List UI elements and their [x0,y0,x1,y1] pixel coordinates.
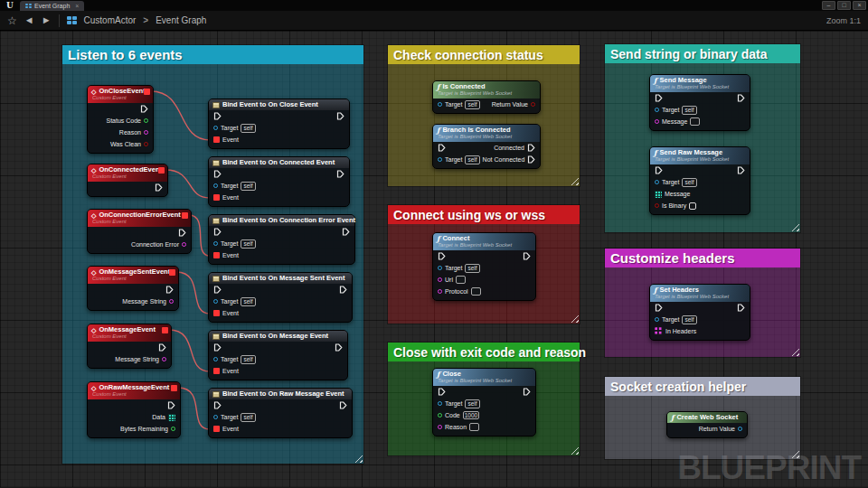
comment-title[interactable]: Socket creation helper [605,377,800,396]
protocol-input[interactable] [471,287,481,296]
exec-out-pin[interactable] [737,304,745,312]
node-on-raw-message-event[interactable]: ◇OnRawMessageEvent Custom Event Data Byt… [87,381,181,438]
target-pin[interactable] [213,415,218,419]
exec-in-pin[interactable] [213,228,222,236]
self-chip[interactable]: self [465,100,479,109]
breadcrumb-current[interactable]: Event Graph [156,15,206,25]
code-input[interactable]: 1000 [463,411,479,419]
event-delegate-pin[interactable] [213,252,220,258]
node-bind-on-connection-error[interactable]: Bind Event to On Connection Error Event … [208,214,355,265]
exec-in-pin[interactable] [438,388,446,396]
close-button[interactable]: × [853,1,866,10]
node-create-web-socket[interactable]: ƒCreate Web Socket Return Value [666,411,748,438]
exec-in-pin[interactable] [213,112,222,120]
exec-in-pin[interactable] [655,94,663,102]
tab-event-graph[interactable]: Event Graph × [20,1,84,11]
self-chip[interactable]: self [241,124,255,133]
exec-out-pin[interactable] [339,401,347,409]
exec-in-pin[interactable] [438,144,446,152]
breadcrumb-root[interactable]: CustomActor [84,15,137,25]
exec-in-pin[interactable] [213,343,222,352]
exec-out-pin[interactable] [527,155,535,164]
node-on-connected-event[interactable]: ◇OnConnectedEvent Custom Event [87,164,168,197]
self-chip[interactable]: self [241,413,255,422]
self-chip[interactable]: self [241,239,255,249]
node-close[interactable]: ƒClose Target is Blueprint Web Socket Ta… [432,368,536,436]
is-binary-pin[interactable] [655,203,659,208]
array-pin[interactable] [655,191,662,198]
bool-pin[interactable] [144,142,148,146]
exec-in-pin[interactable] [213,170,222,178]
node-send-message[interactable]: ƒSend Message Target is Blueprint Web So… [649,74,750,131]
bool-return-pin[interactable] [531,102,535,107]
node-bind-on-connected[interactable]: Bind Event to On Connected Event Targets… [208,156,350,207]
is-binary-checkbox[interactable] [689,202,696,210]
exec-out-pin[interactable] [342,228,350,236]
self-chip[interactable]: self [241,297,255,306]
node-bind-on-message-sent[interactable]: Bind Event to On Message Sent Event Targ… [208,272,353,323]
exec-in-pin[interactable] [438,252,446,260]
self-chip[interactable]: self [682,178,696,187]
target-pin[interactable] [213,357,218,361]
exec-out-pin[interactable] [523,388,531,396]
exec-out-pin[interactable] [158,343,166,352]
exec-out-pin[interactable] [155,183,163,192]
exec-out-pin[interactable] [523,252,531,260]
event-delegate-pin[interactable] [213,368,220,374]
target-pin[interactable] [655,317,659,322]
target-pin[interactable] [213,299,218,304]
node-on-close-event[interactable]: ◇OnCloseEvent Custom Event Status Code R… [87,85,154,154]
delegate-pin[interactable] [171,385,177,391]
node-bind-on-raw-message[interactable]: Bind Event to On Raw Message Event Targe… [208,388,353,438]
event-delegate-pin[interactable] [213,136,220,143]
delegate-pin[interactable] [169,269,175,276]
target-pin[interactable] [213,241,218,246]
event-delegate-pin[interactable] [213,310,220,316]
tab-close-icon[interactable]: × [75,3,79,9]
target-pin[interactable] [438,401,442,406]
node-bind-on-message[interactable]: Bind Event to On Message Event Targetsel… [208,330,348,380]
event-delegate-pin[interactable] [213,194,220,201]
favorite-star-icon[interactable]: ☆ [7,14,17,27]
exec-in-pin[interactable] [655,304,663,312]
self-chip[interactable]: self [682,106,696,115]
exec-out-pin[interactable] [165,286,174,294]
exec-in-pin[interactable] [655,166,663,174]
exec-out-pin[interactable] [737,166,745,174]
int-pin[interactable] [171,427,175,431]
target-pin[interactable] [438,102,442,107]
delegate-pin[interactable] [158,167,165,174]
forward-arrow-icon[interactable]: ► [42,15,52,25]
delegate-pin[interactable] [162,327,168,333]
exec-out-pin[interactable] [335,343,343,352]
target-pin[interactable] [213,126,218,130]
string-pin[interactable] [182,242,186,247]
node-send-raw-message[interactable]: ƒSend Raw Message Target is Blueprint We… [649,146,750,215]
target-pin[interactable] [655,180,659,184]
comment-title[interactable]: Send string or binary data [605,44,800,63]
self-chip[interactable]: self [241,355,255,364]
node-branch-is-connected[interactable]: ƒBranch Is Connected Target is Blueprint… [432,124,541,169]
comment-title[interactable]: Listen to 6 events [62,45,363,64]
string-pin[interactable] [144,130,148,135]
exec-in-pin[interactable] [213,401,222,409]
target-pin[interactable] [213,183,218,188]
minimize-button[interactable]: – [822,1,835,10]
node-on-connection-error-event[interactable]: ◇OnConnectionErrorEvent Custom Event Con… [87,209,192,254]
maximize-button[interactable]: □ [837,1,851,10]
exec-out-pin[interactable] [527,144,535,152]
delegate-pin[interactable] [144,89,150,95]
object-return-pin[interactable] [738,427,742,431]
target-pin[interactable] [655,108,659,112]
array-pin[interactable] [168,414,175,421]
self-chip[interactable]: self [465,399,479,408]
event-delegate-pin[interactable] [213,426,220,432]
exec-in-pin[interactable] [213,286,222,294]
self-chip[interactable]: self [465,155,479,164]
target-pin[interactable] [438,157,442,162]
back-arrow-icon[interactable]: ◄ [24,15,34,25]
string-pin[interactable] [162,357,166,361]
exec-out-pin[interactable] [178,229,186,237]
exec-out-pin[interactable] [336,170,344,178]
string-pin[interactable] [169,299,174,304]
